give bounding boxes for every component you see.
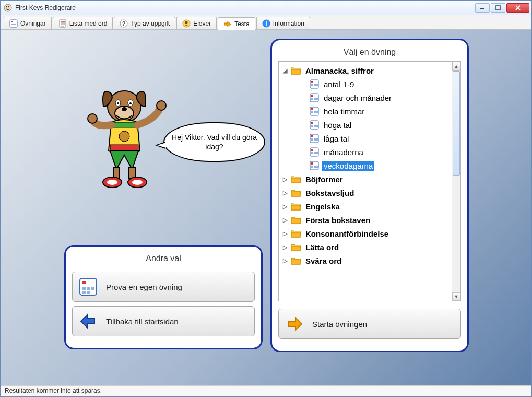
button-label: Starta övningen [312, 320, 367, 329]
tree-folder-collapsed[interactable]: ▷Engelska [280, 200, 451, 213]
svg-rect-60 [311, 111, 313, 113]
tree-folder-collapsed[interactable]: ▷Bokstavsljud [280, 186, 451, 200]
folder-icon [291, 215, 301, 225]
folder-icon [291, 255, 301, 266]
svg-rect-81 [314, 166, 316, 168]
svg-rect-35 [113, 168, 120, 178]
caret-right-icon: ▷ [282, 217, 288, 224]
svg-rect-74 [311, 149, 313, 151]
svg-rect-75 [311, 152, 313, 154]
caret-right-icon: ▷ [282, 230, 288, 237]
exercise-file-icon [309, 92, 320, 103]
svg-rect-50 [311, 84, 313, 86]
exercise-tree[interactable]: ◢Almanacka, siffrorantal 1-9dagar och må… [279, 62, 452, 301]
svg-rect-71 [314, 138, 316, 141]
window-buttons [475, 3, 529, 13]
tree-item-label: veckodagarna [322, 161, 374, 171]
tab-elever[interactable]: Elever [176, 17, 217, 29]
tree-item[interactable]: dagar och månader [280, 91, 451, 104]
tree-item-label: Svåra ord [304, 256, 343, 266]
svg-point-20 [185, 21, 188, 24]
tree-item[interactable]: veckodagarna [280, 159, 451, 172]
svg-rect-62 [316, 111, 318, 113]
start-exercise-button[interactable]: Starta övningen [278, 309, 461, 339]
tab-label: Lista med ord [69, 20, 108, 27]
svg-rect-72 [316, 138, 318, 141]
dog-mascot-icon [80, 78, 169, 193]
choose-exercise-panel: Välj en övning ◢Almanacka, siffrorantal … [270, 39, 469, 352]
exercise-file-icon [309, 120, 320, 130]
other-choices-panel: Andra val Prova en egen övning Tillbaka … [64, 245, 263, 349]
tab-information[interactable]: i Information [256, 17, 310, 29]
tree-item[interactable]: månaderna [280, 145, 451, 159]
tree-item-label: Första bokstaven [304, 215, 372, 225]
close-button[interactable] [506, 3, 529, 13]
caret-down-icon: ◢ [282, 67, 288, 74]
svg-rect-61 [314, 111, 316, 113]
maximize-button[interactable] [491, 3, 505, 13]
scroll-down-button[interactable]: ▼ [452, 292, 460, 301]
back-to-start-button[interactable]: Tillbaka till startsidan [72, 306, 255, 336]
svg-point-25 [122, 107, 127, 111]
tree-item-label: Bokstavsljud [304, 188, 356, 198]
tree-folder-collapsed[interactable]: ▷Första bokstaven [280, 213, 451, 227]
folder-icon [291, 228, 301, 239]
window-title: First Keys Redigerare [15, 4, 475, 11]
minimize-button[interactable] [475, 3, 490, 13]
tree-folder-expanded[interactable]: ◢Almanacka, siffror [280, 64, 451, 77]
students-icon [182, 19, 191, 28]
app-window: First Keys Redigerare Övningar Lista med… [0, 0, 532, 397]
tree-folder-collapsed[interactable]: ▷Svåra ord [280, 254, 451, 267]
caret-right-icon: ▷ [282, 258, 288, 264]
svg-rect-4 [496, 6, 500, 10]
svg-rect-64 [311, 122, 313, 124]
exercise-file-icon [309, 133, 320, 144]
tab-testa[interactable]: Testa [218, 17, 255, 30]
arrow-right-icon [285, 314, 304, 333]
scroll-thumb[interactable] [453, 71, 460, 176]
tree-folder-collapsed[interactable]: ▷Lätta ord [280, 240, 451, 254]
tab-label: Testa [234, 20, 250, 28]
svg-rect-44 [87, 287, 90, 290]
tab-lista-med-ord[interactable]: Lista med ord [53, 17, 113, 29]
tree-item-label: Böjformer [304, 174, 345, 184]
svg-rect-67 [316, 125, 318, 127]
svg-point-32 [119, 131, 129, 142]
tree-item[interactable]: låga tal [280, 132, 451, 145]
svg-point-29 [129, 102, 132, 104]
svg-rect-46 [82, 291, 86, 294]
svg-rect-36 [129, 168, 135, 178]
svg-rect-43 [82, 287, 86, 290]
svg-rect-57 [316, 98, 318, 100]
svg-point-33 [88, 114, 97, 123]
tree-item-label: Konsonantförbindelse [304, 229, 390, 239]
tree-folder-collapsed[interactable]: ▷Böjformer [280, 172, 451, 186]
scroll-up-button[interactable]: ▲ [452, 62, 460, 71]
svg-rect-31 [110, 145, 138, 151]
svg-rect-8 [11, 21, 13, 22]
app-icon [4, 4, 12, 12]
tree-item[interactable]: höga tal [280, 118, 451, 132]
content-area: Hej Viktor. Vad vill du göra idag? Andra… [1, 30, 531, 385]
svg-rect-56 [314, 98, 316, 100]
button-label: Prova en egen övning [106, 283, 182, 291]
svg-text:?: ? [122, 20, 126, 27]
svg-rect-45 [91, 287, 94, 290]
caret-right-icon: ▷ [282, 190, 288, 196]
try-own-exercise-button[interactable]: Prova en egen övning [72, 272, 255, 302]
svg-rect-65 [311, 125, 313, 127]
tree-item-label: månaderna [322, 147, 365, 157]
panel-title: Välj en övning [278, 45, 461, 61]
tab-typ-av-uppgift[interactable]: ? Typ av uppgift [114, 17, 175, 29]
exercises-icon [9, 19, 18, 28]
tree-folder-collapsed[interactable]: ▷Konsonantförbindelse [280, 227, 451, 240]
svg-rect-49 [311, 81, 313, 83]
tab-ovningar[interactable]: Övningar [4, 17, 52, 29]
tree-item[interactable]: hela timmar [280, 104, 451, 118]
tree-item-label: låga tal [322, 134, 350, 144]
button-label: Tillbaka till startsidan [106, 317, 179, 326]
tree-item[interactable]: antal 1-9 [280, 77, 451, 91]
scrollbar[interactable]: ▲ ▼ [452, 62, 460, 301]
svg-rect-79 [311, 162, 313, 165]
panel-title: Andra val [72, 252, 255, 267]
